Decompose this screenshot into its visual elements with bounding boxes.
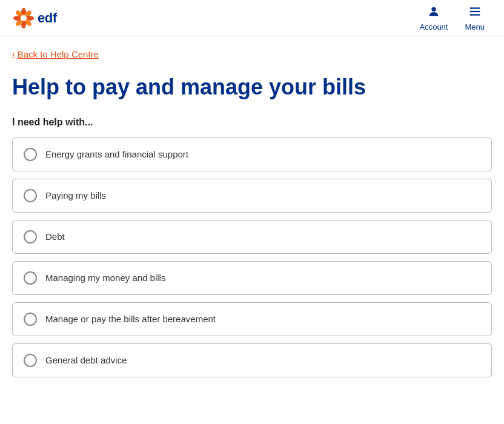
radio-option-1[interactable]: Energy grants and financial support: [12, 137, 492, 171]
radio-circle: [24, 230, 37, 243]
header-actions: Account Menu: [412, 1, 492, 35]
radio-circle: [24, 148, 37, 161]
main-content: ‹ Back to Help Centre Help to pay and ma…: [0, 36, 504, 403]
chevron-left-icon: ‹: [12, 49, 15, 59]
radio-option-5[interactable]: Manage or pay the bills after bereavemen…: [12, 302, 492, 336]
radio-option-label: Paying my bills: [45, 190, 106, 200]
svg-point-8: [21, 15, 27, 21]
radio-option-6[interactable]: General debt advice: [12, 343, 492, 377]
hamburger-icon: [468, 5, 482, 21]
radio-circle: [24, 189, 37, 202]
radio-circle: [24, 271, 37, 285]
back-link-label: Back to Help Centre: [18, 49, 99, 59]
radio-circle: [24, 354, 37, 367]
radio-option-3[interactable]: Debt: [12, 220, 492, 254]
radio-option-label: Debt: [45, 231, 65, 242]
radio-circle: [24, 313, 37, 326]
radio-option-label: Managing my money and bills: [45, 273, 165, 283]
account-icon: [427, 5, 440, 21]
radio-option-label: Energy grants and financial support: [45, 149, 188, 159]
logo-area: edf: [12, 7, 57, 30]
page-title: Help to pay and manage your bills: [12, 74, 492, 100]
radio-option-4[interactable]: Managing my money and bills: [12, 261, 492, 295]
svg-point-9: [431, 7, 436, 11]
radio-option-label: General debt advice: [45, 355, 127, 365]
menu-button[interactable]: Menu: [457, 1, 492, 35]
edf-logo[interactable]: edf: [12, 7, 57, 30]
site-header: edf Account Menu: [0, 0, 504, 36]
radio-option-label: Manage or pay the bills after bereavemen…: [45, 314, 216, 324]
radio-options-list: Energy grants and financial supportPayin…: [12, 137, 492, 377]
radio-option-2[interactable]: Paying my bills: [12, 179, 492, 213]
edf-wordmark: edf: [38, 10, 57, 26]
help-prompt: I need help with...: [12, 117, 492, 128]
edf-sun-icon: [12, 7, 35, 30]
account-button[interactable]: Account: [412, 1, 455, 35]
back-to-help-centre-link[interactable]: ‹ Back to Help Centre: [12, 49, 99, 59]
account-label: Account: [419, 22, 448, 31]
menu-label: Menu: [465, 22, 485, 31]
